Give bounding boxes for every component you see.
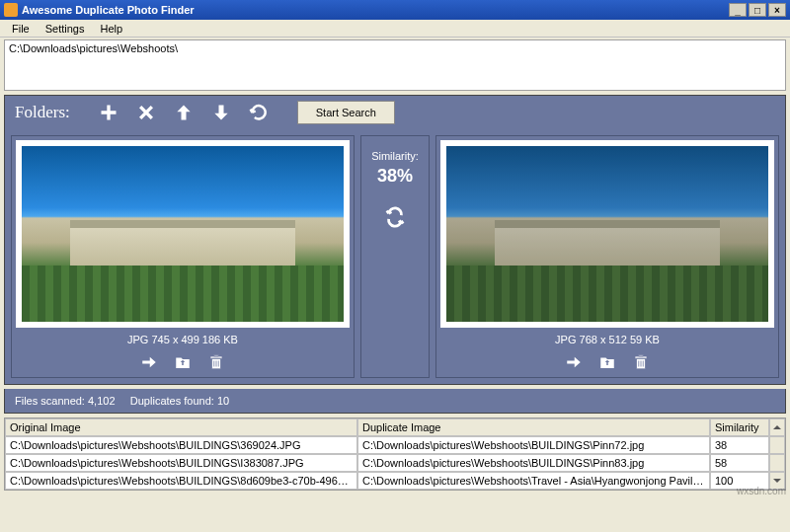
duplicate-image-frame <box>440 140 774 328</box>
app-icon <box>4 3 18 17</box>
results-body: C:\Downloads\pictures\Webshoots\BUILDING… <box>5 436 785 490</box>
folder-path-item[interactable]: C:\Downloads\pictures\Webshoots\ <box>9 42 781 54</box>
maximize-button[interactable]: □ <box>749 3 766 17</box>
cell-duplicate: C:\Downloads\pictures\Webshoots\BUILDING… <box>357 436 710 454</box>
original-image-panel: JPG 745 x 499 186 KB <box>11 135 355 378</box>
arrow-down-icon <box>211 103 231 122</box>
arrow-right-icon <box>565 353 583 371</box>
start-search-button[interactable]: Start Search <box>297 101 395 124</box>
remove-folder-button[interactable] <box>133 100 159 125</box>
swap-button[interactable] <box>384 206 406 230</box>
duplicate-image-panel: JPG 768 x 512 59 KB <box>435 135 779 378</box>
folders-toolbar: Folders: Start Search <box>5 96 785 129</box>
folder-up-icon <box>174 353 192 371</box>
scrollbar-track[interactable] <box>769 454 785 472</box>
similarity-panel: Similarity: 38% <box>360 135 430 378</box>
folders-label: Folders: <box>15 103 70 122</box>
duplicate-delete-button[interactable] <box>630 351 652 373</box>
similarity-value: 38% <box>377 166 413 187</box>
window-title: Awesome Duplicate Photo Finder <box>22 4 195 16</box>
menu-help[interactable]: Help <box>92 23 130 35</box>
duplicates-found-label: Duplicates found: <box>130 395 214 407</box>
minimize-button[interactable]: _ <box>729 3 747 17</box>
menu-settings[interactable]: Settings <box>38 23 93 35</box>
arrow-right-icon <box>140 353 158 371</box>
compare-row: JPG 745 x 499 186 KB Similarity: 38% <box>5 129 785 384</box>
close-button[interactable]: × <box>768 3 786 17</box>
trash-icon <box>207 353 225 371</box>
refresh-icon <box>249 103 269 122</box>
chevron-up-icon <box>772 422 782 432</box>
cell-similarity: 58 <box>710 454 769 472</box>
header-duplicate[interactable]: Duplicate Image <box>357 418 710 436</box>
cell-similarity: 100 <box>710 472 769 490</box>
original-open-button[interactable] <box>138 351 160 373</box>
titlebar: Awesome Duplicate Photo Finder _ □ × <box>0 0 790 20</box>
duplicate-image-actions <box>563 351 652 373</box>
cell-duplicate: C:\Downloads\pictures\Webshoots\BUILDING… <box>357 454 710 472</box>
add-folder-button[interactable] <box>96 100 121 125</box>
original-image-actions <box>138 351 227 373</box>
plus-icon <box>99 103 118 122</box>
cell-original: C:\Downloads\pictures\Webshoots\BUILDING… <box>5 472 357 490</box>
duplicate-open-button[interactable] <box>563 351 585 373</box>
refresh-button[interactable] <box>246 100 272 125</box>
duplicate-photo[interactable] <box>446 146 768 322</box>
duplicate-image-meta: JPG 768 x 512 59 KB <box>555 334 660 345</box>
stats-bar: Files scanned: 4,102 Duplicates found: 1… <box>4 389 786 414</box>
duplicate-move-button[interactable] <box>596 351 618 373</box>
results-header: Original Image Duplicate Image Similarit… <box>5 418 785 436</box>
x-icon <box>136 103 156 122</box>
cell-original: C:\Downloads\pictures\Webshoots\BUILDING… <box>5 454 357 472</box>
scrollbar-track[interactable] <box>769 436 785 454</box>
move-up-button[interactable] <box>171 100 197 125</box>
original-delete-button[interactable] <box>205 351 227 373</box>
scroll-up-button[interactable] <box>769 418 785 436</box>
folder-up-icon <box>598 353 616 371</box>
menu-file[interactable]: File <box>4 23 38 35</box>
original-move-button[interactable] <box>172 351 194 373</box>
original-image-frame <box>16 140 350 328</box>
move-down-button[interactable] <box>208 100 234 125</box>
folder-path-list[interactable]: C:\Downloads\pictures\Webshoots\ <box>4 39 786 91</box>
cell-duplicate: C:\Downloads\pictures\Webshoots\Travel -… <box>357 472 710 490</box>
files-scanned-value: 4,102 <box>88 395 116 407</box>
header-similarity[interactable]: Similarity <box>710 418 769 436</box>
table-row[interactable]: C:\Downloads\pictures\Webshoots\BUILDING… <box>5 454 785 472</box>
cell-similarity: 38 <box>710 436 769 454</box>
original-image-meta: JPG 745 x 499 186 KB <box>127 334 238 345</box>
trash-icon <box>632 353 650 371</box>
files-scanned-label: Files scanned: <box>15 395 85 407</box>
similarity-label: Similarity: <box>371 150 419 162</box>
table-row[interactable]: C:\Downloads\pictures\Webshoots\BUILDING… <box>5 436 785 454</box>
duplicates-found-value: 10 <box>217 395 229 407</box>
original-photo[interactable] <box>22 146 344 322</box>
arrow-up-icon <box>174 103 194 122</box>
chevron-down-icon <box>772 476 782 486</box>
results-table: Original Image Duplicate Image Similarit… <box>4 418 786 491</box>
header-original[interactable]: Original Image <box>5 418 357 436</box>
main-panel: Folders: Start Search JPG 745 x 499 186 … <box>4 95 786 385</box>
menubar: File Settings Help <box>0 20 790 38</box>
cell-original: C:\Downloads\pictures\Webshoots\BUILDING… <box>5 436 357 454</box>
table-row[interactable]: C:\Downloads\pictures\Webshoots\BUILDING… <box>5 472 785 490</box>
scroll-down-button[interactable] <box>769 472 785 490</box>
swap-icon <box>384 206 406 228</box>
